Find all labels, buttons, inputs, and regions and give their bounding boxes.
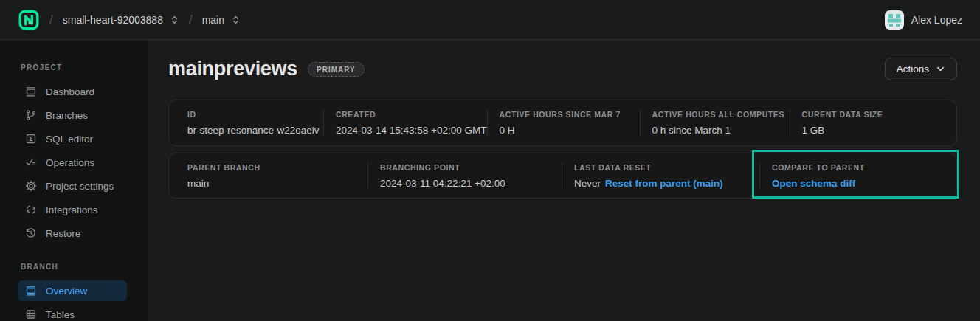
field-parent-branch: PARENT BRANCH main [169, 163, 368, 188]
branch-name: main [202, 14, 224, 26]
sidebar-item-operations[interactable]: Operations [18, 152, 127, 173]
sidebar-item-label: Project settings [46, 181, 114, 192]
field-label: PARENT BRANCH [187, 163, 368, 172]
field-active-hours-since: ACTIVE HOURS SINCE MAR 7 0 H [487, 110, 640, 136]
field-label: COMPARE TO PARENT [772, 163, 956, 172]
tables-icon [25, 308, 37, 320]
field-label: LAST DATA RESET [574, 163, 759, 172]
field-value: 0 H [500, 125, 640, 136]
page-title: mainpreviews [168, 58, 297, 80]
chevron-updown-icon [231, 15, 241, 25]
breadcrumb-separator: / [49, 13, 53, 27]
field-created: CREATED 2024-03-14 15:43:58 +02:00 GMT [323, 110, 487, 136]
field-label: ACTIVE HOURS SINCE MAR 7 [500, 110, 640, 119]
field-value: 1 GB [802, 125, 956, 136]
actions-button-label: Actions [897, 63, 929, 75]
operations-icon [25, 156, 37, 168]
field-value: 2024-03-11 04:22:21 +02:00 [380, 178, 562, 189]
sidebar-item-label: Integrations [46, 204, 98, 215]
page-header: mainpreviews PRIMARY Actions [168, 58, 957, 80]
sidebar-item-sql-editor[interactable]: SQL editor [18, 128, 127, 149]
sidebar-item-label: Restore [46, 228, 80, 239]
settings-gear-icon [25, 180, 37, 192]
field-label: BRANCHING POINT [380, 163, 562, 172]
sidebar-item-tables[interactable]: Tables [18, 304, 127, 321]
field-value: main [187, 178, 368, 189]
field-label: ID [187, 110, 323, 119]
field-label: ACTIVE HOURS ALL COMPUTES [652, 110, 790, 119]
breadcrumb-branch-selector[interactable]: main [202, 14, 241, 26]
breadcrumb-project-selector[interactable]: small-heart-92003888 [63, 14, 179, 26]
breadcrumb-separator: / [189, 13, 193, 27]
field-compare-to-parent: COMPARE TO PARENT Open schema diff [759, 163, 956, 188]
sidebar-item-label: Dashboard [46, 86, 94, 97]
open-schema-diff-link[interactable]: Open schema diff [772, 178, 855, 189]
sidebar-item-branches[interactable]: Branches [18, 105, 127, 125]
project-name: small-heart-92003888 [63, 14, 163, 26]
sidebar-item-restore[interactable]: Restore [18, 223, 127, 244]
neon-logo-icon[interactable] [18, 9, 40, 31]
sidebar-item-label: Branches [46, 110, 88, 121]
chevron-updown-icon [170, 15, 179, 25]
field-last-data-reset: LAST DATA RESET NeverReset from parent (… [562, 163, 759, 188]
user-name: Alex Lopez [911, 14, 962, 26]
chevron-down-icon [936, 64, 945, 74]
sidebar-item-project-settings[interactable]: Project settings [18, 176, 127, 196]
overview-icon [25, 285, 37, 297]
field-value: 2024-03-14 15:43:58 +02:00 GMT [336, 125, 487, 136]
dashboard-icon [25, 86, 37, 97]
branch-overview-page: mainpreviews PRIMARY Actions ID br-steep… [148, 41, 980, 321]
restore-clock-icon [25, 227, 37, 239]
reset-from-parent-link[interactable]: Reset from parent (main) [605, 178, 723, 189]
field-value: br-steep-resonance-w22oaeiv [187, 125, 323, 136]
field-value: Never [574, 178, 601, 189]
sidebar-item-label: Tables [46, 309, 75, 320]
sidebar-item-overview[interactable]: Overview [18, 280, 127, 301]
sidebar-item-label: Operations [46, 157, 94, 168]
avatar [885, 10, 904, 30]
field-label: CURENT DATA SIZE [802, 110, 956, 119]
branch-parent-card: PARENT BRANCH main BRANCHING POINT 2024-… [168, 153, 957, 199]
sidebar-item-label: SQL editor [46, 134, 93, 145]
topbar: / small-heart-92003888 / main [0, 0, 980, 40]
field-id: ID br-steep-resonance-w22oaeiv [169, 110, 323, 136]
integrations-icon [25, 204, 37, 215]
sidebar-item-dashboard[interactable]: Dashboard [18, 81, 127, 102]
sidebar-section-project: PROJECT [21, 63, 148, 72]
branches-icon [25, 109, 37, 121]
user-menu[interactable]: Alex Lopez [885, 10, 962, 30]
field-value: 0 h since March 1 [652, 125, 790, 136]
sql-editor-icon [25, 133, 37, 145]
sidebar-item-integrations[interactable]: Integrations [18, 199, 127, 220]
actions-button[interactable]: Actions [885, 58, 957, 80]
field-active-hours-all: ACTIVE HOURS ALL COMPUTES 0 h since Marc… [640, 110, 790, 136]
field-branching-point: BRANCHING POINT 2024-03-11 04:22:21 +02:… [368, 163, 562, 188]
field-current-data-size: CURENT DATA SIZE 1 GB [790, 110, 956, 136]
sidebar-section-branch: BRANCH [21, 263, 148, 271]
sidebar: PROJECT Dashboard Branches SQL editor [0, 41, 148, 321]
sidebar-item-label: Overview [46, 286, 87, 297]
field-label: CREATED [336, 110, 487, 119]
primary-badge: PRIMARY [308, 62, 365, 77]
branch-meta-card: ID br-steep-resonance-w22oaeiv CREATED 2… [168, 100, 957, 146]
